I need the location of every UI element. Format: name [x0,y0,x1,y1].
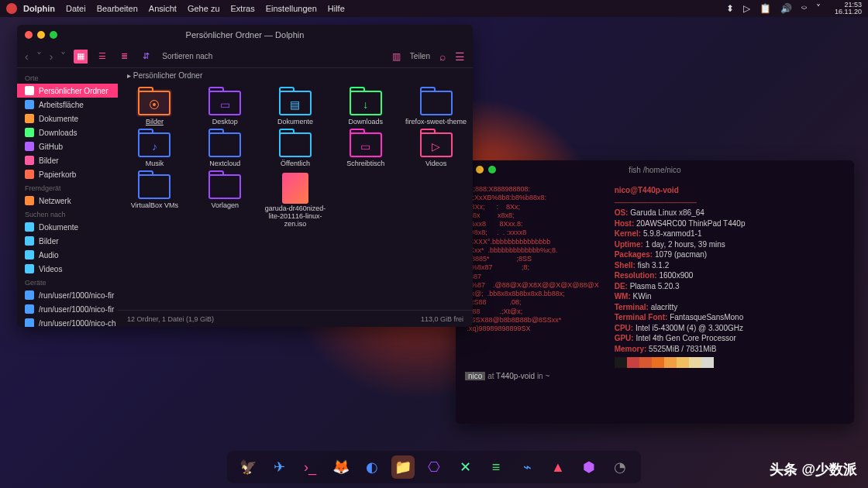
dock-item[interactable]: 🦅 [236,455,260,479]
dock-item[interactable]: ✈ [267,455,291,479]
sidebar-item[interactable]: /run/user/1000/nico-fir [17,302,118,316]
folder-item[interactable]: firefox-sweet-theme [402,89,470,126]
menubar-file[interactable]: Datei [66,4,86,13]
folder-icon [25,290,34,300]
teilen-label[interactable]: Teilen [410,52,430,60]
folder-icon [277,131,313,159]
folder-item[interactable]: Öffentlich [262,131,329,168]
tray-clipboard-icon[interactable]: 📋 [760,3,771,14]
split-icon[interactable]: ▥ [392,51,401,62]
sidebar-item[interactable]: Bilder [17,234,118,248]
minimize-icon[interactable] [37,31,45,39]
tray-media-icon[interactable]: ▷ [743,3,750,14]
sidebar-item[interactable]: Downloads [17,125,118,139]
sidebar-item[interactable]: /run/user/1000/nico-fir [17,288,118,302]
folder-icon: ↓ [348,89,384,117]
terminal-titlebar[interactable]: fish /home/nico [456,160,854,179]
menubar-edit[interactable]: Bearbeiten [97,4,138,13]
folder-item[interactable]: Nextcloud [191,131,259,168]
view-compact-icon[interactable]: ☰ [95,51,109,62]
sidebar-item[interactable]: Dokumente [17,220,118,234]
nav-forward-icon[interactable]: › [50,50,53,63]
menubar-help[interactable]: Hilfe [328,4,345,13]
dock-item[interactable]: ◐ [360,455,384,479]
tray-volume-icon[interactable]: 🔊 [780,3,792,14]
sysinfo-line: Terminal Font: FantasqueSansMono [615,312,746,323]
sidebar-item-label: Netzwerk [39,197,71,205]
sidebar-item-label: Videos [39,265,62,273]
sysinfo-line: CPU: Intel i5-4300M (4) @ 3.300GHz [615,323,746,334]
nav-forward-menu-icon[interactable]: ˅ [60,50,66,63]
sysinfo-line: Resolution: 1600x900 [615,270,746,281]
sysinfo-line: Terminal: alacritty [615,302,746,313]
nav-back-menu-icon[interactable]: ˅ [36,50,42,63]
folder-icon [25,128,34,137]
dock-item[interactable]: ⌁ [515,455,539,479]
menubar-goto[interactable]: Gehe zu [188,4,220,13]
sysinfo-line: Shell: fish 3.1.2 [615,260,746,271]
sidebar-item[interactable]: Persönlicher Ordner [17,84,118,98]
sidebar-item[interactable]: Netzwerk [17,194,118,208]
dock-item[interactable]: ✕ [453,455,477,479]
dock-item[interactable]: ◔ [608,455,632,479]
close-icon[interactable] [25,31,33,39]
menubar-view[interactable]: Ansicht [149,4,177,13]
sidebar-item[interactable]: Videos [17,262,118,276]
folder-item[interactable]: ▤Dokumente [262,89,329,126]
folder-label: Bilder [146,119,164,126]
folder-item[interactable]: ▭Desktop [191,89,259,126]
folder-icon [25,264,34,273]
sidebar-item-label: /run/user/1000/nico-ch [39,319,116,328]
dock-item[interactable]: ▲ [546,455,570,479]
view-detail-icon[interactable]: ≣ [117,51,131,62]
folder-item[interactable]: ↓Downloads [332,89,399,126]
folder-icon: ▭ [207,89,243,117]
sidebar-item[interactable]: Bilder [17,153,118,167]
dock-item[interactable]: ⎔ [422,455,446,479]
file-item[interactable]: garuda-dr460nized-lite-201116-linux-zen.… [262,173,329,229]
view-icons-icon[interactable]: ▦ [74,50,88,64]
hamburger-icon[interactable]: ☰ [455,50,465,63]
dock-item[interactable]: ≡ [484,455,508,479]
dock-item[interactable]: 📁 [391,455,415,479]
sidebar-item[interactable]: GitHub [17,139,118,153]
clock[interactable]: 21:53 16.11.20 [835,2,862,15]
folder-icon [136,173,172,201]
menubar-app[interactable]: Dolphin [23,4,55,13]
maximize-icon[interactable] [50,31,57,39]
nav-back-icon[interactable]: ‹ [25,50,29,63]
dock-item[interactable]: ⬢ [577,455,601,479]
menubar-settings[interactable]: Einstellungen [266,4,317,13]
titlebar[interactable]: Persönlicher Ordner — Dolphin [17,25,473,45]
folder-icon [25,142,34,151]
dock-item[interactable]: ›_ [298,455,322,479]
folder-item[interactable]: ⦿Bilder [121,89,188,126]
terminal-body[interactable]: .%;888:X888988808: x;XxXB%8b8:b8%b88x8: … [456,179,854,424]
folder-item[interactable]: Vorlagen [191,173,259,229]
folder-item[interactable]: ▭Schreibtisch [332,131,399,168]
file-label: garuda-dr460nized-lite-201116-linux-zen.… [264,205,326,229]
tray-update-icon[interactable]: ⬍ [726,3,734,14]
folder-label: Nextcloud [209,160,240,168]
menubar: Dolphin Datei Bearbeiten Ansicht Gehe zu… [0,0,868,17]
dock-item[interactable]: 🦊 [329,455,353,479]
tray-network-icon[interactable]: ⌔ [801,3,807,14]
sort-icon[interactable]: ⇵ [139,51,153,62]
folder-item[interactable]: VirtualBox VMs [121,173,188,229]
sidebar-item[interactable]: Dokumente [17,112,118,125]
sidebar-item[interactable]: /run/user/1000/nico-ch [17,316,118,327]
sidebar-item[interactable]: Audio [17,248,118,262]
search-icon[interactable]: ⌕ [439,50,446,63]
sidebar-item-label: Dokumente [39,115,78,123]
sidebar-item-label: Bilder [39,156,59,165]
folder-item[interactable]: ♪Musik [121,131,188,168]
sidebar-item[interactable]: Arbeitsfläche [17,98,118,112]
tray-expand-icon[interactable]: ˅ [816,3,821,14]
breadcrumb[interactable]: ▸ Persönlicher Ordner [118,68,473,83]
sidebar-item-label: Audio [39,251,59,259]
folder-item[interactable]: ▷Videos [402,131,470,168]
sysinfo-line: Memory: 5525MiB / 7831MiB [615,344,746,355]
sidebar-item[interactable]: Papierkorb [17,167,118,181]
menubar-extras[interactable]: Extras [231,4,255,13]
sort-label[interactable]: Sortieren nach [162,52,212,60]
